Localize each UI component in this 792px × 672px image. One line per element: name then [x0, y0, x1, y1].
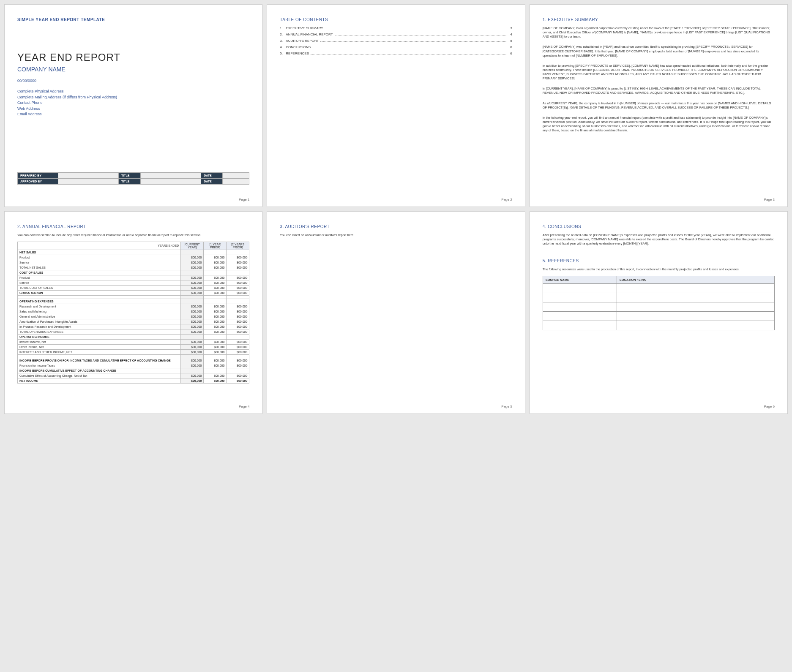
- address-line: Web Address: [17, 106, 249, 112]
- ref-cell: [543, 293, 617, 302]
- row-product: Product: [18, 255, 181, 260]
- cell-value: $00,000: [227, 319, 249, 324]
- toc-heading: TABLE OF CONTENTS: [280, 17, 512, 22]
- ref-col-location: LOCATION / LINK: [617, 276, 775, 284]
- row-cost-of-sales: COST OF SALES: [18, 270, 181, 275]
- row-net-income: NET INCOME: [18, 378, 181, 383]
- page-1: SIMPLE YEAR END REPORT TEMPLATE YEAR END…: [4, 4, 262, 207]
- title-value: [140, 178, 201, 184]
- cell-value: $00,000: [181, 339, 204, 344]
- cell-value: $00,000: [204, 378, 227, 383]
- cell-value: $00,000: [227, 285, 249, 290]
- conclusions-text: After presenting the related data on [CO…: [543, 233, 775, 246]
- cell-value: $00,000: [204, 290, 227, 295]
- cell-value: $00,000: [204, 260, 227, 265]
- address-line: Email Address: [17, 112, 249, 117]
- company-name: COMPANY NAME: [17, 66, 249, 73]
- page-number: Page 4: [239, 405, 249, 408]
- toc-dots: [311, 54, 506, 54]
- cell-value: $00,000: [204, 329, 227, 334]
- cell-value: $00,000: [181, 324, 204, 329]
- cell-value: $00,000: [227, 265, 249, 270]
- auditor-text: You can insert an accountant or auditor'…: [280, 233, 512, 237]
- address-line: Complete Mailing Address (if differs fro…: [17, 95, 249, 101]
- row-other-inc: Other Income, Net: [18, 344, 181, 349]
- toc-item-page: 6: [508, 52, 512, 55]
- cell-value: $00,000: [181, 314, 204, 319]
- exec-para: In addition to providing [SPECIFY PRODUC…: [543, 64, 775, 81]
- cell-value: $00,000: [181, 344, 204, 349]
- title-value: [140, 172, 201, 178]
- ref-cell: [617, 284, 775, 293]
- cell-value: $00,000: [204, 324, 227, 329]
- cell-value: $00,000: [227, 344, 249, 349]
- date-value: [222, 172, 249, 178]
- toc-item-label: ANNUAL FINANCIAL REPORT: [286, 33, 333, 36]
- exec-heading: 1. EXECUTIVE SUMMARY: [543, 17, 775, 22]
- ref-cell: [617, 312, 775, 321]
- ref-cell: [543, 284, 617, 293]
- cell-value: $00,000: [181, 255, 204, 260]
- cell-value: $00,000: [204, 358, 227, 363]
- ref-cell: [543, 302, 617, 312]
- date-label: DATE: [201, 172, 222, 178]
- row-inc-before-prov: INCOME BEFORE PROVISION FOR INCOME TAXES…: [18, 358, 181, 363]
- cell-value: $00,000: [181, 265, 204, 270]
- approved-by-value: [58, 178, 118, 184]
- cell-value: $00,000: [204, 309, 227, 314]
- address-line: Contact Phone: [17, 100, 249, 106]
- row-total-opex: TOTAL OPERATING EXPENSES: [18, 329, 181, 334]
- toc-list: 1. EXECUTIVE SUMMARY 3 2. ANNUAL FINANCI…: [280, 26, 512, 55]
- row-amort: Amortization of Purchased Intangible Ass…: [18, 319, 181, 324]
- row-prov-taxes: Provision for Income Taxes: [18, 363, 181, 368]
- ref-cell: [617, 302, 775, 312]
- toc-item: 2. ANNUAL FINANCIAL REPORT 4: [280, 33, 512, 36]
- toc-item-page: 3: [508, 26, 512, 30]
- exec-para: In [CURRENT YEAR], [NAME OF COMPANY] is …: [543, 87, 775, 95]
- prepared-by-label: PREPARED BY: [18, 172, 58, 178]
- cell-value: $00,000: [204, 304, 227, 309]
- ref-cell: [543, 321, 617, 330]
- approved-by-label: APPROVED BY: [18, 178, 58, 184]
- page-number: Page 2: [501, 198, 512, 201]
- toc-item-num: 4.: [280, 45, 286, 49]
- cell-value: $00,000: [181, 319, 204, 324]
- row-service: Service: [18, 260, 181, 265]
- cell-value: $00,000: [227, 363, 249, 368]
- signoff-table: PREPARED BY TITLE DATE APPROVED BY TITLE…: [17, 172, 249, 185]
- cell-value: $00,000: [227, 260, 249, 265]
- ref-cell: [617, 293, 775, 302]
- toc-item: 3. AUDITOR'S REPORT 5: [280, 39, 512, 43]
- row-interest-inc: Interest Income, Net: [18, 339, 181, 344]
- report-date: 00/00/0000: [17, 79, 249, 83]
- cell-value: $00,000: [181, 373, 204, 378]
- toc-item-label: EXECUTIVE SUMMARY: [286, 26, 323, 30]
- auditor-heading: 3. AUDITOR'S REPORT: [280, 224, 512, 229]
- page-number: Page 5: [501, 405, 512, 408]
- toc-item-page: 4: [508, 33, 512, 36]
- ref-cell: [543, 312, 617, 321]
- cell-value: $00,000: [181, 358, 204, 363]
- toc-item-label: AUDITOR'S REPORT: [286, 39, 319, 43]
- page-2: TABLE OF CONTENTS 1. EXECUTIVE SUMMARY 3…: [267, 4, 525, 207]
- page-4: 2. ANNUAL FINANCIAL REPORT You can edit …: [4, 211, 262, 414]
- exec-para: [NAME OF COMPANY] was established in [YE…: [543, 45, 775, 57]
- financial-instructions: You can edit this section to include any…: [17, 233, 249, 237]
- cell-value: $00,000: [204, 373, 227, 378]
- row-cum-effect: Cumulative Effect of Accounting Change, …: [18, 373, 181, 378]
- cell-value: $00,000: [227, 275, 249, 280]
- row-gross-margin: GROSS MARGIN: [18, 290, 181, 295]
- exec-para: As of [CURRENT YEAR], the company is inv…: [543, 101, 775, 110]
- cell-value: $00,000: [227, 378, 249, 383]
- cell-value: $00,000: [204, 255, 227, 260]
- cell-value: $00,000: [181, 290, 204, 295]
- conclusions-heading: 4. CONCLUSIONS: [543, 224, 775, 229]
- cell-value: $00,000: [227, 290, 249, 295]
- financial-heading: 2. ANNUAL FINANCIAL REPORT: [17, 224, 249, 229]
- toc-item-page: 6: [508, 45, 512, 49]
- cell-value: $00,000: [181, 280, 204, 285]
- cell-value: $00,000: [227, 280, 249, 285]
- financial-table: YEARS ENDED [CURRENT YEAR] [1 YEAR PRIOR…: [17, 242, 249, 384]
- page-6: 4. CONCLUSIONS After presenting the rela…: [530, 211, 788, 414]
- col-current-year: [CURRENT YEAR]: [181, 242, 204, 250]
